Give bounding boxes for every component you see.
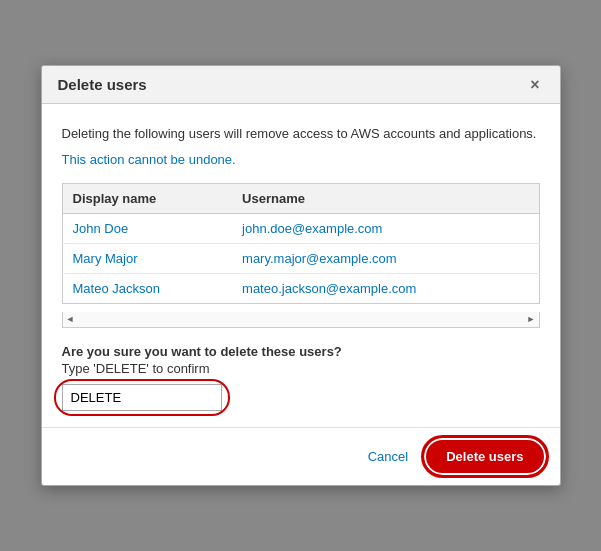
undo-text: This action cannot be undone. [62,152,540,167]
dialog-footer: Cancel Delete users [42,427,560,485]
display-name-cell[interactable]: John Doe [62,213,232,243]
delete-confirm-input[interactable] [62,384,222,411]
delete-users-button[interactable]: Delete users [426,440,543,473]
users-table: Display name Username John Doejohn.doe@e… [62,183,540,304]
col-username: Username [232,183,539,213]
delete-users-dialog: Delete users × Deleting the following us… [41,65,561,486]
warning-text: Deleting the following users will remove… [62,124,540,144]
username-cell: mateo.jackson@example.com [232,273,539,303]
delete-input-wrapper [62,384,222,411]
table-row: John Doejohn.doe@example.com [62,213,539,243]
col-display-name: Display name [62,183,232,213]
confirm-question: Are you sure you want to delete these us… [62,344,540,359]
confirm-instruction: Type 'DELETE' to confirm [62,361,540,376]
dialog-body: Deleting the following users will remove… [42,104,560,427]
table-row: Mary Majormary.major@example.com [62,243,539,273]
dialog-title: Delete users [58,76,147,93]
dialog-header: Delete users × [42,66,560,104]
table-row: Mateo Jacksonmateo.jackson@example.com [62,273,539,303]
username-cell: mary.major@example.com [232,243,539,273]
scroll-left-icon[interactable]: ◄ [66,314,75,324]
scroll-bar[interactable]: ◄ ► [62,312,540,328]
scroll-right-icon[interactable]: ► [527,314,536,324]
username-cell: john.doe@example.com [232,213,539,243]
cancel-button[interactable]: Cancel [360,443,416,470]
close-button[interactable]: × [526,77,543,93]
display-name-cell[interactable]: Mateo Jackson [62,273,232,303]
display-name-cell[interactable]: Mary Major [62,243,232,273]
confirm-section: Are you sure you want to delete these us… [62,344,540,411]
